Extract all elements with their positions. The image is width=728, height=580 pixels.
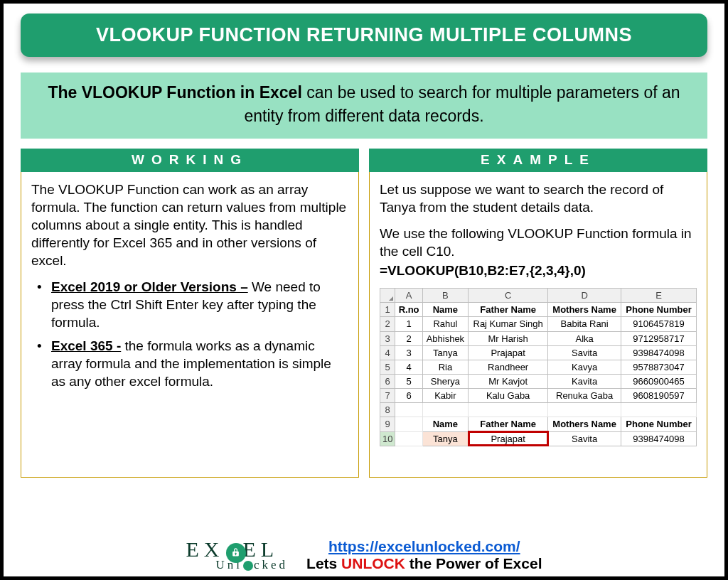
footer: EXEL Unlcked https://excelunlocked.com/ … bbox=[4, 538, 724, 572]
table-row: 76KabirKalu GabaRenuka Gaba9608190597 bbox=[380, 389, 697, 403]
hdr-rno: R.no bbox=[395, 303, 422, 317]
table-row: 21RahulRaj Kumar SinghBabita Rani9106457… bbox=[380, 317, 697, 331]
colh-A: A bbox=[395, 289, 422, 303]
working-bullets: Excel 2019 or Older Versions – We need t… bbox=[31, 278, 348, 390]
example-body: Let us suppose we want to search the rec… bbox=[369, 172, 707, 478]
page-title: VLOOKUP FUNCTION RETURNING MULTIPLE COLU… bbox=[21, 14, 707, 57]
hdr-father: Father Name bbox=[469, 303, 548, 317]
result-row: 10 Tanya Prajapat Savita 9398474098 bbox=[380, 431, 697, 446]
table-row: 32AbhishekMr HarishAlka9712958717 bbox=[380, 331, 697, 345]
working-paragraph: The VLOOKUP Function can work as an arra… bbox=[31, 181, 348, 269]
spreadsheet: A B C D E 1 R.no Name Father Name Mother… bbox=[380, 288, 697, 446]
hdr-phone: Phone Number bbox=[621, 303, 697, 317]
bullet-excel-2019: Excel 2019 or Older Versions – We need t… bbox=[36, 278, 348, 331]
result-mother: Savita bbox=[548, 431, 621, 446]
brand-logo: EXEL Unlcked bbox=[186, 539, 289, 571]
result-father-selected: Prajapat bbox=[469, 431, 548, 446]
lock-icon bbox=[226, 543, 246, 563]
tag-unlock: UNLOCK bbox=[341, 555, 405, 571]
colh-C: C bbox=[469, 289, 548, 303]
hdr-mother: Mothers Name bbox=[548, 303, 621, 317]
working-body: The VLOOKUP Function can work as an arra… bbox=[21, 172, 359, 478]
content-columns: WORKING The VLOOKUP Function can work as… bbox=[21, 149, 707, 478]
colh-D: D bbox=[548, 289, 621, 303]
footer-text: https://excelunlocked.com/ Lets UNLOCK t… bbox=[306, 538, 542, 572]
footer-tagline: Lets UNLOCK the Power of Excel bbox=[306, 555, 542, 571]
spreadsheet-table: A B C D E 1 R.no Name Father Name Mother… bbox=[380, 288, 697, 446]
example-p2: We use the following VLOOKUP Function fo… bbox=[380, 225, 697, 260]
blank-row: 8 bbox=[380, 403, 697, 417]
working-column: WORKING The VLOOKUP Function can work as… bbox=[21, 149, 359, 478]
header-row: 1 R.no Name Father Name Mothers Name Pho… bbox=[380, 303, 697, 317]
intro-rest: can be used to search for multiple param… bbox=[244, 83, 680, 125]
result-header-row: 9 Name Father Name Mothers Name Phone Nu… bbox=[380, 417, 697, 431]
logo-bottom: Unlcked bbox=[216, 559, 289, 571]
infographic-frame: VLOOKUP FUNCTION RETURNING MULTIPLE COLU… bbox=[0, 0, 728, 580]
example-column: EXAMPLE Let us suppose we want to search… bbox=[369, 149, 707, 478]
table-row: 54RiaRandheerKavya9578873047 bbox=[380, 360, 697, 374]
col-header-row: A B C D E bbox=[380, 289, 697, 303]
result-phone: 9398474098 bbox=[621, 431, 697, 446]
colh-E: E bbox=[621, 289, 697, 303]
colh-B: B bbox=[422, 289, 468, 303]
example-p1: Let us suppose we want to search the rec… bbox=[380, 181, 697, 216]
intro-banner: The VLOOKUP Function in Excel can be use… bbox=[21, 72, 707, 139]
working-header: WORKING bbox=[21, 149, 359, 172]
footer-link[interactable]: https://excelunlocked.com/ bbox=[328, 538, 520, 554]
hdr-name: Name bbox=[422, 303, 468, 317]
rowh-1: 1 bbox=[380, 303, 395, 317]
bullet-label-365: Excel 365 - bbox=[51, 338, 121, 353]
select-all-corner bbox=[380, 289, 395, 303]
example-formula: =VLOOKUP(B10,B2:E7,{2,3,4},0) bbox=[380, 262, 697, 279]
intro-strong: The VLOOKUP Function in Excel bbox=[48, 83, 301, 102]
example-header: EXAMPLE bbox=[369, 149, 707, 172]
table-row: 43TanyaPrajapatSavita9398474098 bbox=[380, 345, 697, 360]
result-name: Tanya bbox=[422, 431, 468, 446]
bullet-excel-365: Excel 365 - the formula works as a dynam… bbox=[36, 337, 348, 390]
table-row: 65SheryaMr KavjotKavita9660900465 bbox=[380, 375, 697, 389]
bullet-label-2019: Excel 2019 or Older Versions – bbox=[51, 279, 248, 294]
